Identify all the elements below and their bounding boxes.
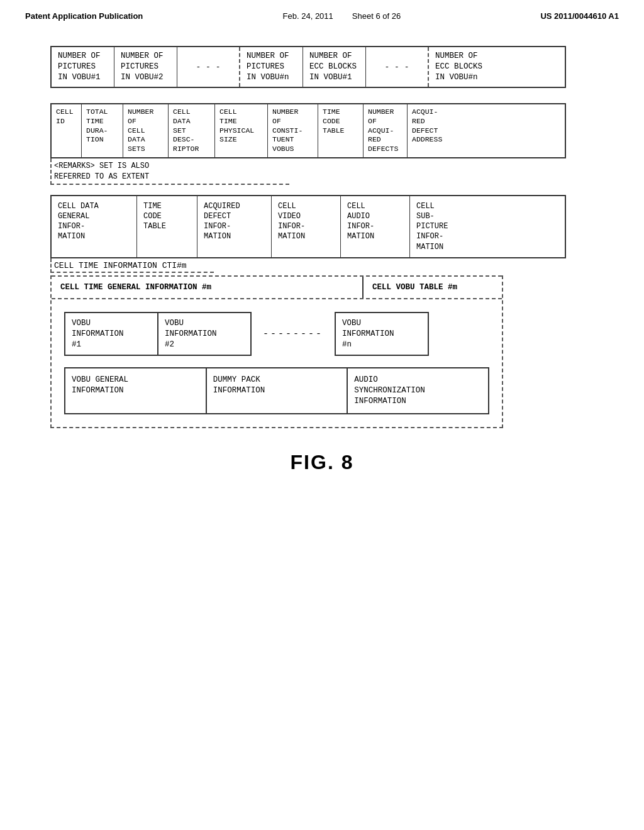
top-cell-1: NUMBER OFPICTURESIN VOBU#1 (52, 47, 114, 87)
top-cell-sep2: - - - (366, 47, 429, 87)
ctg-row: CELL TIME GENERAL INFORMATION #m CELL VO… (52, 275, 502, 299)
bottom-cell-audio-sync: AUDIOSYNCHRONIZATIONINFORMATION (347, 367, 489, 414)
info-cell-video: CELLVIDEOINFOR-MATION (272, 196, 341, 257)
section3-info-row: CELL DATAGENERALINFOR-MATION TIMECODETAB… (38, 195, 606, 273)
top-cell-4: NUMBER OFECC BLOCKSIN VOBU#1 (303, 47, 366, 87)
ctg-cell-left: CELL TIME GENERAL INFORMATION #m (52, 277, 364, 298)
vobu-cell-2: VOBUINFORMATION#2 (157, 312, 252, 357)
info-cell-acquired: ACQUIREDDEFECTINFOR-MATION (197, 196, 272, 257)
section2-cell-data: CELLID TOTALTIMEDURA-TION NUMBEROFCELLDA… (38, 103, 606, 185)
top-cell-5: NUMBER OFECC BLOCKSIN VOBU#n (429, 47, 492, 87)
bottom-cell-vobu-general: VOBU GENERALINFORMATION (64, 367, 207, 414)
page-header: Patent Application Publication Feb. 24, … (0, 0, 644, 21)
header-patent-number: US 2011/0044610 A1 (540, 11, 619, 21)
header-date: Feb. 24, 2011 (283, 11, 333, 21)
top-row-table: NUMBER OFPICTURESIN VOBU#1 NUMBER OFPICT… (50, 46, 566, 88)
bottom-cell-dummy-pack: DUMMY PACKINFORMATION (206, 367, 348, 414)
vobu-cell-n: VOBUINFORMATION#n (335, 312, 429, 357)
col-acquired-defect-addr: ACQUI-REDDEFECTADDRESS (408, 104, 455, 158)
info-row-table: CELL DATAGENERALINFOR-MATION TIMECODETAB… (50, 195, 566, 258)
top-cell-2: NUMBER OFPICTURESIN VOBU#2 (114, 47, 177, 87)
bottom-section-wrapper: VOBU GENERALINFORMATION DUMMY PACKINFORM… (52, 356, 502, 427)
info-cell-time-code: TIMECODETABLE (137, 196, 197, 257)
top-cell-sep1: - - - (177, 47, 240, 87)
cell-data-table: CELLID TOTALTIMEDURA-TION NUMBEROFCELLDA… (50, 103, 566, 159)
header-sheet: Sheet 6 of 26 (352, 11, 401, 21)
cti-label: CELL TIME INFORMATION CTI#m (50, 258, 214, 273)
col-total-time: TOTALTIMEDURA-TION (82, 104, 123, 158)
bottom-row: VOBU GENERALINFORMATION DUMMY PACKINFORM… (64, 367, 489, 414)
section1-number-of-pictures: NUMBER OFPICTURESIN VOBU#1 NUMBER OFPICT… (38, 46, 606, 88)
info-cell-audio: CELLAUDIOINFOR-MATION (341, 196, 410, 257)
col-number-acquired: NUMBEROFACQUI-REDDEFECTS (364, 104, 408, 158)
remarks-text: <REMARKS> SET IS ALSOREFERRED TO AS EXTE… (50, 158, 289, 185)
top-cell-3: NUMBER OFPICTURESIN VOBU#n (240, 47, 303, 87)
col-cell-id: CELLID (52, 104, 82, 158)
figure-label: FIG. 8 (38, 451, 606, 474)
vobu-section-wrapper: VOBUINFORMATION#1 VOBUINFORMATION#2 ----… (52, 299, 502, 357)
col-cell-time-physical: CELLTIMEPHYSICALSIZE (215, 104, 268, 158)
main-content: NUMBER OFPICTURESIN VOBU#1 NUMBER OFPICT… (0, 21, 644, 499)
info-cell-general: CELL DATAGENERALINFOR-MATION (52, 196, 137, 257)
header-center: Feb. 24, 2011 Sheet 6 of 26 (283, 11, 401, 21)
ctg-cell-right: CELL VOBU TABLE #m (364, 277, 502, 298)
outer-dashed-container: CELL TIME GENERAL INFORMATION #m CELL VO… (50, 275, 503, 428)
info-cell-subpicture: CELLSUB-PICTUREINFOR-MATION (410, 196, 479, 257)
vobu-dashes: -------- (252, 312, 335, 357)
col-number-cell-data: NUMBEROFCELLDATASETS (123, 104, 169, 158)
header-publication: Patent Application Publication (25, 11, 143, 21)
col-cell-data-set: CELLDATASETDESC-RIPTOR (169, 104, 215, 158)
col-number-constituent: NUMBEROFCONSTI-TUENTVOBUS (268, 104, 318, 158)
vobu-row: VOBUINFORMATION#1 VOBUINFORMATION#2 ----… (64, 312, 489, 357)
col-time-code: TIMECODETABLE (318, 104, 364, 158)
vobu-cell-1: VOBUINFORMATION#1 (64, 312, 158, 357)
